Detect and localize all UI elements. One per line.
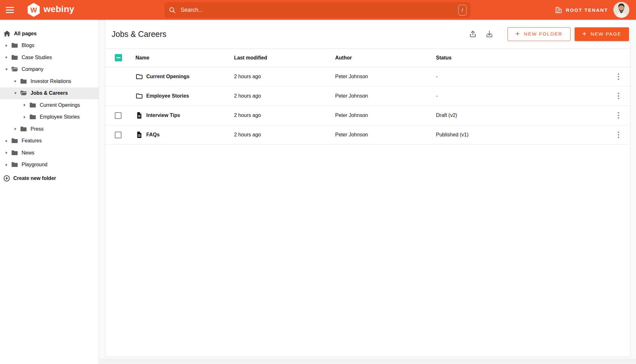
sidebar-item-blogs[interactable]: Blogs	[0, 40, 99, 52]
new-folder-button[interactable]: + NEW FOLDER	[508, 27, 570, 41]
download-icon	[485, 30, 494, 38]
kebab-menu-icon[interactable]	[616, 110, 621, 121]
new-page-button[interactable]: + NEW PAGE	[575, 27, 629, 41]
folder-icon	[29, 113, 37, 121]
sidebar-item-investor-relations[interactable]: Investor Relations	[0, 75, 99, 87]
top-bar: W webiny / ROOT TENANT	[0, 0, 636, 20]
folder-icon	[20, 125, 27, 133]
menu-icon[interactable]	[6, 6, 15, 14]
row-author: Peter Johnson	[335, 93, 436, 99]
sidebar-item-label: Case Studies	[22, 55, 52, 60]
select-all-checkbox[interactable]	[115, 54, 122, 61]
tenant-label: ROOT TENANT	[566, 7, 608, 13]
sidebar-item-playground[interactable]: Playground	[0, 159, 99, 171]
row-name: Interview Tips	[146, 113, 180, 118]
sidebar-item-news[interactable]: News	[0, 147, 99, 159]
search-bar[interactable]: /	[164, 2, 471, 18]
chevron-right-icon[interactable]	[22, 103, 27, 108]
sidebar-item-label: Company	[22, 66, 43, 72]
column-header-name: Name	[135, 55, 234, 61]
column-header-status: Status	[436, 55, 607, 61]
folder-icon	[11, 54, 18, 61]
plus-circle-icon	[3, 175, 10, 182]
chevron-right-icon[interactable]	[4, 162, 9, 167]
kebab-menu-icon[interactable]	[616, 130, 621, 140]
folder-tree: All pages Blogs	[0, 28, 99, 171]
sidebar-item-label: Current Openings	[40, 102, 80, 108]
chevron-down-icon[interactable]	[4, 67, 9, 72]
bottom-scrollbar-track[interactable]	[99, 359, 636, 364]
folder-open-icon	[20, 89, 27, 97]
chevron-down-icon[interactable]	[13, 91, 18, 96]
folder-icon	[11, 149, 18, 157]
kebab-menu-icon[interactable]	[616, 72, 621, 82]
folder-open-icon	[11, 65, 18, 73]
row-status: Published (v1)	[436, 132, 607, 138]
table-row-current-openings[interactable]: Current Openings 2 hours ago Peter Johns…	[105, 67, 630, 86]
row-author: Peter Johnson	[335, 74, 436, 79]
document-icon	[135, 131, 143, 139]
webiny-logo[interactable]: W webiny	[27, 3, 74, 17]
row-name: Current Openings	[146, 74, 190, 79]
row-name: Employee Stories	[146, 93, 189, 99]
table-body: Current Openings 2 hours ago Peter Johns…	[105, 67, 630, 145]
folder-icon	[29, 101, 37, 109]
sidebar-item-employee-stories[interactable]: Employee Stories	[0, 111, 99, 123]
document-icon	[135, 112, 143, 119]
sidebar-item-label: All pages	[14, 31, 37, 37]
folder-icon	[11, 137, 18, 145]
row-last-modified: 2 hours ago	[234, 113, 335, 118]
building-icon	[555, 6, 562, 14]
row-status: Draft (v2)	[436, 113, 607, 118]
folder-icon	[20, 78, 27, 85]
chevron-right-icon[interactable]	[4, 43, 9, 48]
home-icon	[3, 30, 10, 37]
column-header-last-modified: Last modified	[234, 55, 335, 61]
chevron-right-icon[interactable]	[13, 79, 18, 84]
sidebar-item-label: Playground	[22, 162, 47, 168]
folder-icon	[11, 161, 18, 168]
sidebar-item-all-pages[interactable]: All pages	[0, 28, 99, 40]
chevron-right-icon[interactable]	[4, 55, 9, 60]
chevron-right-icon[interactable]	[4, 150, 9, 155]
sidebar-item-company[interactable]: Company	[0, 64, 99, 76]
folder-icon	[11, 42, 18, 49]
table-row-interview-tips[interactable]: Interview Tips 2 hours ago Peter Johnson…	[105, 106, 630, 125]
sidebar-item-jobs-careers[interactable]: Jobs & Careers	[0, 87, 99, 100]
create-new-folder-label: Create new folder	[13, 175, 56, 181]
row-status: -	[436, 93, 607, 99]
tenant-switcher[interactable]: ROOT TENANT	[555, 0, 608, 20]
slash-shortcut-badge: /	[458, 5, 467, 16]
row-author: Peter Johnson	[335, 113, 436, 118]
avatar[interactable]	[613, 2, 629, 18]
sidebar-item-features[interactable]: Features	[0, 135, 99, 147]
chevron-right-icon[interactable]	[22, 114, 27, 120]
row-last-modified: 2 hours ago	[234, 74, 335, 79]
create-new-folder-button[interactable]: Create new folder	[0, 172, 99, 184]
sidebar-item-label: Investor Relations	[31, 79, 71, 84]
header-actions: + NEW FOLDER + NEW PAGE	[467, 27, 629, 41]
row-checkbox[interactable]	[115, 132, 121, 138]
row-status: -	[436, 74, 607, 79]
row-name: FAQs	[146, 132, 160, 138]
kebab-menu-icon[interactable]	[616, 91, 621, 101]
sidebar-item-press[interactable]: Press	[0, 123, 99, 135]
row-checkbox[interactable]	[115, 112, 121, 119]
search-icon	[169, 6, 176, 14]
row-author: Peter Johnson	[335, 132, 436, 138]
sidebar-item-label: Employee Stories	[40, 114, 80, 120]
export-button[interactable]	[483, 28, 495, 40]
sidebar-item-label: Jobs & Careers	[31, 90, 68, 96]
chevron-right-icon[interactable]	[13, 127, 18, 132]
sidebar-item-case-studies[interactable]: Case Studies	[0, 52, 99, 64]
import-button[interactable]	[467, 28, 479, 40]
table-row-faqs[interactable]: FAQs 2 hours ago Peter Johnson Published…	[105, 125, 630, 145]
logo-wordmark: webiny	[44, 5, 74, 15]
column-header-author: Author	[335, 55, 436, 61]
search-input[interactable]	[181, 7, 458, 13]
sidebar-item-label: News	[22, 150, 34, 156]
folder-outline-icon	[135, 92, 143, 100]
table-row-employee-stories[interactable]: Employee Stories 2 hours ago Peter Johns…	[105, 86, 630, 106]
chevron-right-icon[interactable]	[4, 138, 9, 143]
sidebar-item-current-openings[interactable]: Current Openings	[0, 99, 99, 111]
